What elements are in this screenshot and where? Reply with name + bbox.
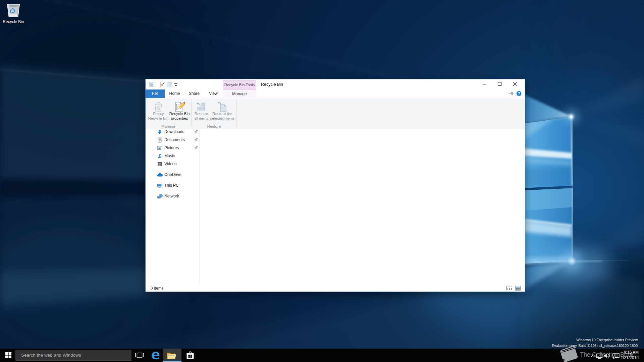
svg-text:?: ? <box>518 92 520 96</box>
